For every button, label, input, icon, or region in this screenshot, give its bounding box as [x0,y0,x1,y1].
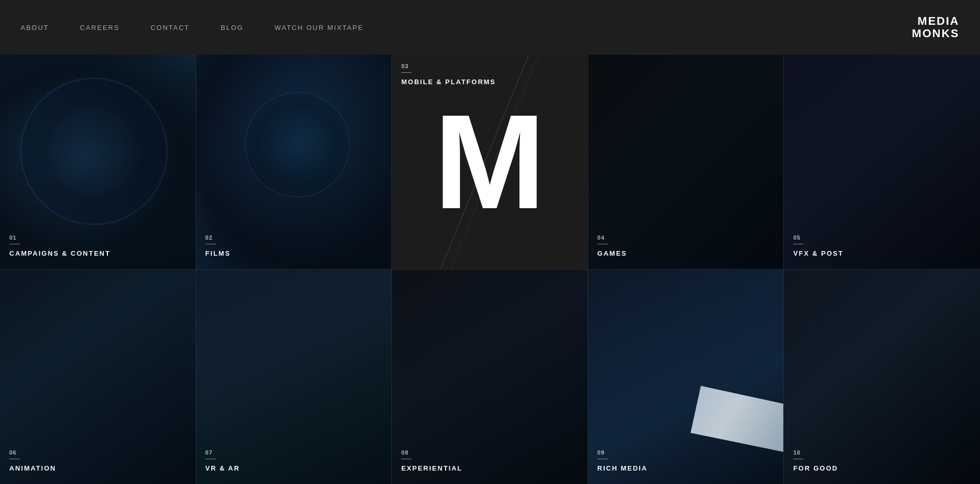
cell-label-09: 09 RICH MEDIA [588,441,784,484]
cell-divider-07 [206,459,216,459]
cell-label-04: 04 GAMES [588,226,784,269]
cell-title-08: EXPERIENTIAL [401,464,463,472]
cell-title-10: FOR GOOD [793,464,838,472]
grid-cell-02[interactable]: 02 FILMS [196,55,392,270]
cell-number-05: 05 [793,235,971,241]
cell-label-08: 08 EXPERIENTIAL [392,441,588,484]
cell-number-01: 01 [9,235,186,241]
main-grid: 01 CAMPAIGNS & CONTENT 02 FILMS M 03 MOB… [0,55,980,484]
cell-number-03: 03 [401,63,578,69]
m-letter: M [434,95,546,229]
nav-links: ABOUT CAREERS CONTACT BLOG WATCH OUR MIX… [21,23,363,32]
cell-number-02: 02 [206,235,383,241]
cell-divider-10 [793,459,803,459]
nav-link-mixtape[interactable]: WATCH OUR MIXTAPE [275,24,363,32]
cell-label-05: 05 VFX & POST [784,226,980,269]
cell-label-07: 07 VR & AR [196,441,392,484]
cell-title-09: RICH MEDIA [597,464,647,472]
cell-number-10: 10 [793,449,971,456]
nav-link-contact[interactable]: CONTACT [151,24,190,32]
site-logo: MEDIA MONKS [912,15,959,40]
cell-divider-09 [597,459,608,459]
grid-cell-09[interactable]: 09 RICH MEDIA [588,270,784,485]
cell-number-07: 07 [206,449,383,456]
cell-title-02: FILMS [206,249,231,257]
cell-number-08: 08 [401,449,578,456]
cell-title-01: CAMPAIGNS & CONTENT [9,249,110,257]
grid-cell-05[interactable]: 05 VFX & POST [784,55,980,270]
cell-label-10: 10 FOR GOOD [784,441,980,484]
cell-divider-03 [401,72,412,73]
cell-number-09: 09 [597,449,774,456]
grid-cell-04[interactable]: 04 GAMES [588,55,784,270]
cell-label-06: 06 ANIMATION [0,441,196,484]
cell-label-02: 02 FILMS [196,226,392,269]
cell-title-04: GAMES [597,249,627,257]
nav-item-careers[interactable]: CAREERS [80,23,120,32]
grid-cell-06[interactable]: 06 ANIMATION [0,270,196,485]
cell-title-05: VFX & POST [793,249,843,257]
cell-label-03: 03 MOBILE & PLATFORMS [392,55,588,95]
cell-divider-08 [401,459,412,459]
grid-cell-03[interactable]: M 03 MOBILE & PLATFORMS [392,55,588,270]
nav-link-careers[interactable]: CAREERS [80,24,120,32]
grid-cell-10[interactable]: 10 FOR GOOD [784,270,980,485]
cell-number-06: 06 [9,449,186,456]
cell-divider-04 [597,244,608,244]
nav-item-blog[interactable]: BLOG [221,23,244,32]
grid-cell-01[interactable]: 01 CAMPAIGNS & CONTENT [0,55,196,270]
cell-divider-01 [9,244,20,244]
nav-link-blog[interactable]: BLOG [221,24,244,32]
cell-divider-05 [793,244,803,244]
grid-cell-07[interactable]: 07 VR & AR [196,270,392,485]
cell-label-01: 01 CAMPAIGNS & CONTENT [0,226,196,269]
nav-item-about[interactable]: ABOUT [21,23,49,32]
cell-divider-02 [206,244,216,244]
main-nav: ABOUT CAREERS CONTACT BLOG WATCH OUR MIX… [0,0,980,55]
cell-divider-06 [9,459,20,459]
nav-link-about[interactable]: ABOUT [21,24,49,32]
cell-title-06: ANIMATION [9,464,56,472]
cell-number-04: 04 [597,235,774,241]
grid-cell-08[interactable]: 08 EXPERIENTIAL [392,270,588,485]
cell-title-03: MOBILE & PLATFORMS [401,78,496,86]
nav-item-mixtape[interactable]: WATCH OUR MIXTAPE [275,23,363,32]
nav-item-contact[interactable]: CONTACT [151,23,190,32]
cell-title-07: VR & AR [206,464,240,472]
